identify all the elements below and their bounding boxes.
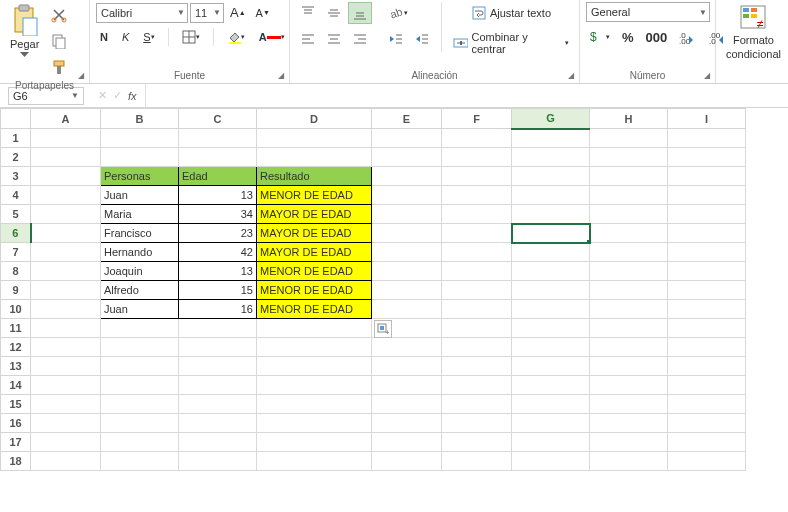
clipboard-launcher[interactable]: ◢ [75, 69, 87, 81]
cell-G12[interactable] [512, 338, 590, 357]
font-launcher[interactable]: ◢ [275, 69, 287, 81]
cell-D12[interactable] [257, 338, 372, 357]
cell-D10[interactable]: MENOR DE EDAD [257, 300, 372, 319]
cell-E7[interactable] [372, 243, 442, 262]
cell-G2[interactable] [512, 148, 590, 167]
row-header-13[interactable]: 13 [1, 357, 31, 376]
row-header-18[interactable]: 18 [1, 452, 31, 471]
cell-E17[interactable] [372, 433, 442, 452]
cell-E12[interactable] [372, 338, 442, 357]
enter-formula-button[interactable]: ✓ [113, 89, 122, 102]
cell-C10[interactable]: 16 [179, 300, 257, 319]
cell-D2[interactable] [257, 148, 372, 167]
cell-I16[interactable] [668, 414, 746, 433]
cell-G7[interactable] [512, 243, 590, 262]
row-header-10[interactable]: 10 [1, 300, 31, 319]
alignment-launcher[interactable]: ◢ [565, 69, 577, 81]
cell-H4[interactable] [590, 186, 668, 205]
cell-I18[interactable] [668, 452, 746, 471]
cell-H10[interactable] [590, 300, 668, 319]
wrap-text-button[interactable]: Ajustar texto [449, 2, 573, 24]
format-painter-button[interactable] [47, 56, 71, 78]
cell-A14[interactable] [31, 376, 101, 395]
cell-C18[interactable] [179, 452, 257, 471]
cell-C15[interactable] [179, 395, 257, 414]
underline-button[interactable]: S ▾ [139, 28, 158, 46]
cell-B2[interactable] [101, 148, 179, 167]
cell-I9[interactable] [668, 281, 746, 300]
cell-D16[interactable] [257, 414, 372, 433]
cell-B15[interactable] [101, 395, 179, 414]
column-header-C[interactable]: C [179, 109, 257, 129]
row-header-1[interactable]: 1 [1, 129, 31, 148]
cell-C16[interactable] [179, 414, 257, 433]
cell-G18[interactable] [512, 452, 590, 471]
formula-input[interactable] [145, 84, 788, 107]
cell-A8[interactable] [31, 262, 101, 281]
cell-H12[interactable] [590, 338, 668, 357]
cell-B6[interactable]: Francisco [101, 224, 179, 243]
cell-A12[interactable] [31, 338, 101, 357]
row-header-12[interactable]: 12 [1, 338, 31, 357]
cell-H8[interactable] [590, 262, 668, 281]
cell-I13[interactable] [668, 357, 746, 376]
cell-G3[interactable] [512, 167, 590, 186]
cell-E10[interactable] [372, 300, 442, 319]
cell-I8[interactable] [668, 262, 746, 281]
cell-C6[interactable]: 23 [179, 224, 257, 243]
cell-F18[interactable] [442, 452, 512, 471]
conditional-formatting-button[interactable]: ≠ Formato condicional [722, 2, 785, 62]
cell-F7[interactable] [442, 243, 512, 262]
cell-D18[interactable] [257, 452, 372, 471]
cell-C3[interactable]: Edad [179, 167, 257, 186]
cell-H9[interactable] [590, 281, 668, 300]
cell-C14[interactable] [179, 376, 257, 395]
align-right-button[interactable] [348, 28, 372, 50]
row-header-9[interactable]: 9 [1, 281, 31, 300]
cell-C17[interactable] [179, 433, 257, 452]
cell-C7[interactable]: 42 [179, 243, 257, 262]
cell-B7[interactable]: Hernando [101, 243, 179, 262]
cell-D14[interactable] [257, 376, 372, 395]
orientation-button[interactable]: ab▾ [384, 2, 412, 24]
cell-G15[interactable] [512, 395, 590, 414]
increase-indent-button[interactable] [410, 28, 434, 50]
row-header-5[interactable]: 5 [1, 205, 31, 224]
cell-A4[interactable] [31, 186, 101, 205]
row-header-16[interactable]: 16 [1, 414, 31, 433]
cell-I2[interactable] [668, 148, 746, 167]
cell-B9[interactable]: Alfredo [101, 281, 179, 300]
font-size-combo[interactable]: 11▼ [190, 3, 224, 23]
cell-F10[interactable] [442, 300, 512, 319]
column-header-B[interactable]: B [101, 109, 179, 129]
cell-F11[interactable] [442, 319, 512, 338]
cell-H18[interactable] [590, 452, 668, 471]
cell-C8[interactable]: 13 [179, 262, 257, 281]
cell-A1[interactable] [31, 129, 101, 148]
cell-H7[interactable] [590, 243, 668, 262]
row-header-3[interactable]: 3 [1, 167, 31, 186]
column-header-D[interactable]: D [257, 109, 372, 129]
align-middle-button[interactable] [322, 2, 346, 24]
cell-E5[interactable] [372, 205, 442, 224]
cell-B13[interactable] [101, 357, 179, 376]
column-header-A[interactable]: A [31, 109, 101, 129]
cell-F13[interactable] [442, 357, 512, 376]
cell-F5[interactable] [442, 205, 512, 224]
row-header-2[interactable]: 2 [1, 148, 31, 167]
row-header-4[interactable]: 4 [1, 186, 31, 205]
cell-B5[interactable]: Maria [101, 205, 179, 224]
cell-I17[interactable] [668, 433, 746, 452]
cell-D13[interactable] [257, 357, 372, 376]
cell-A5[interactable] [31, 205, 101, 224]
font-color-button[interactable]: A ▾ [255, 28, 289, 46]
cell-C4[interactable]: 13 [179, 186, 257, 205]
cell-B3[interactable]: Personas [101, 167, 179, 186]
cell-D7[interactable]: MAYOR DE EDAD [257, 243, 372, 262]
cell-E6[interactable] [372, 224, 442, 243]
fill-color-button[interactable]: ▾ [223, 27, 249, 47]
paste-button[interactable]: Pegar [6, 2, 43, 60]
number-launcher[interactable]: ◢ [701, 69, 713, 81]
cell-I11[interactable] [668, 319, 746, 338]
autofill-options-button[interactable]: + [374, 320, 392, 338]
